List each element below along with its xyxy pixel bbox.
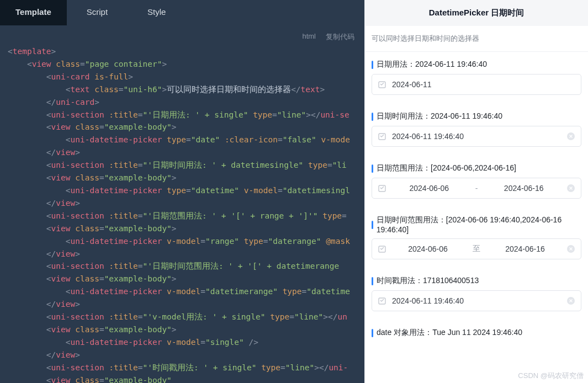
code-pane: Template Script Style html 复制代码 <templat… <box>0 0 364 383</box>
calendar-icon <box>378 132 386 141</box>
panel-title: DatetimePicker 日期时间 <box>365 0 588 26</box>
datetime-value: 2024-06-11 19:46:40 <box>392 132 561 141</box>
code-area[interactable]: <template> <view class="page container">… <box>0 45 364 383</box>
code-header: html 复制代码 <box>0 25 364 45</box>
range-start: 2024-06-06 <box>392 244 464 253</box>
calendar-icon <box>378 80 386 89</box>
clear-icon[interactable] <box>566 296 575 305</box>
tab-style[interactable]: Style <box>128 0 186 25</box>
range-separator: - <box>472 184 481 193</box>
calendar-icon <box>378 184 386 193</box>
range-start: 2024-06-06 <box>392 184 467 193</box>
timestamp-value: 2024-06-11 19:46:40 <box>392 296 561 305</box>
calendar-icon <box>378 296 386 305</box>
watermark: CSDN @码农研究僧 <box>518 371 584 381</box>
timestamp-picker[interactable]: 2024-06-11 19:46:40 <box>372 290 581 311</box>
clear-icon[interactable] <box>566 244 575 253</box>
clear-icon[interactable] <box>566 132 575 141</box>
calendar-icon <box>378 244 386 253</box>
date-value: 2024-06-11 <box>392 80 575 89</box>
range-end: 2024-06-16 <box>486 184 561 193</box>
code-lang-label: html <box>302 32 316 42</box>
tab-script[interactable]: Script <box>67 0 128 25</box>
datetimerange-picker[interactable]: 2024-06-06 至 2024-06-16 <box>372 238 581 259</box>
section-date: 日期用法：2024-06-11 19:46:40 <box>365 52 588 74</box>
range-end: 2024-06-16 <box>489 244 561 253</box>
datetime-picker[interactable]: 2024-06-11 19:46:40 <box>372 126 581 147</box>
section-timestamp: 时间戳用法：1718106400513 <box>365 268 588 290</box>
code-tabs: Template Script Style <box>0 0 364 25</box>
section-dateobj: date 对象用法：Tue Jun 11 2024 19:46:40 <box>365 320 588 342</box>
section-datetimerange: 日期时间范围用法：[2024-06-06 19:46:40,2024-06-16… <box>365 208 588 238</box>
range-separator: 至 <box>469 244 484 254</box>
panel-description: 可以同时选择日期和时间的选择器 <box>365 26 588 52</box>
tab-template[interactable]: Template <box>0 0 67 25</box>
section-daterange: 日期范围用法：[2024-06-06,2024-06-16] <box>365 156 588 178</box>
daterange-picker[interactable]: 2024-06-06 - 2024-06-16 <box>372 178 581 199</box>
copy-code-button[interactable]: 复制代码 <box>326 32 354 42</box>
section-datetime: 日期时间用法：2024-06-11 19:46:40 <box>365 104 588 126</box>
preview-scroll[interactable]: DatetimePicker 日期时间 可以同时选择日期和时间的选择器 日期用法… <box>365 0 588 383</box>
clear-icon[interactable] <box>566 184 575 193</box>
preview-pane: DatetimePicker 日期时间 可以同时选择日期和时间的选择器 日期用法… <box>364 0 588 383</box>
date-picker[interactable]: 2024-06-11 <box>372 74 581 95</box>
